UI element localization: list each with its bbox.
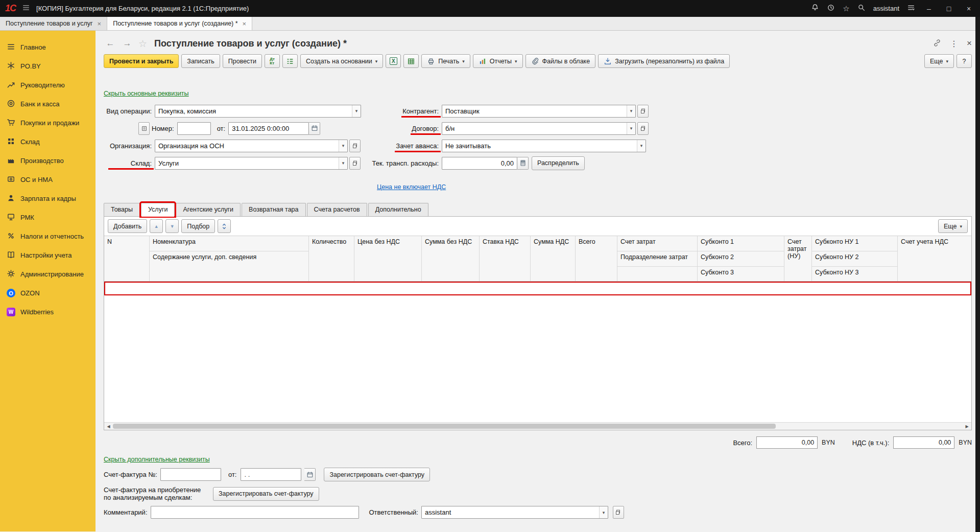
history-icon[interactable]	[827, 4, 835, 13]
load-from-file-button[interactable]: Загрузить (перезаполнить) из файла	[598, 54, 730, 68]
search-icon[interactable]	[857, 4, 866, 13]
tab-services[interactable]: Услуги	[141, 203, 175, 216]
transport-costs-field[interactable]: 0,00	[442, 157, 517, 170]
create-based-on-button[interactable]: Создать на основании▾	[300, 54, 383, 68]
sidebar-item-salary-hr[interactable]: Зарплата и кадры	[0, 189, 95, 208]
price-vat-link[interactable]: Цена не включает НДС	[377, 183, 446, 191]
calculator-icon[interactable]	[517, 157, 529, 170]
tab-goods[interactable]: Товары	[104, 203, 140, 216]
number-field[interactable]	[177, 122, 211, 135]
grid-current-row[interactable]	[104, 282, 971, 295]
sidebar-item-purchases-sales[interactable]: Покупки и продажи	[0, 113, 95, 132]
date-field[interactable]: 31.01.2025 0:00:00	[228, 122, 309, 135]
open-contract-button[interactable]	[637, 122, 649, 135]
post-and-close-button[interactable]: Провести и закрыть	[104, 54, 179, 68]
get-link-icon[interactable]	[933, 39, 941, 49]
scroll-right-icon[interactable]: ▶	[963, 424, 971, 429]
tab-close-icon[interactable]: ×	[243, 20, 247, 28]
warehouse-field[interactable]: Услуги ▾	[155, 157, 348, 170]
window-tab-receipt-list[interactable]: Поступление товаров и услуг ×	[0, 17, 107, 30]
vat-total-field[interactable]: 0,00	[893, 436, 954, 449]
table-export-button[interactable]	[403, 54, 419, 68]
show-postings-button[interactable]: ДтКт	[265, 54, 280, 68]
total-field[interactable]: 0,00	[756, 436, 818, 449]
tab-returnable-packaging[interactable]: Возвратная тара	[242, 203, 305, 216]
sidebar-item-rmk[interactable]: РМК	[0, 208, 95, 227]
favorite-star-icon[interactable]: ☆	[138, 38, 147, 50]
register-invoice-button[interactable]: Зарегистрировать счет-фактуру	[324, 468, 430, 481]
sidebar-item-production[interactable]: Производство	[0, 151, 95, 170]
contract-field[interactable]: б/н ▾	[442, 122, 636, 135]
chevron-down-icon[interactable]: ▾	[339, 157, 347, 169]
horizontal-scrollbar[interactable]: ◀ ▶	[104, 422, 971, 430]
sidebar-item-warehouse[interactable]: Склад	[0, 132, 95, 151]
open-organization-button[interactable]	[349, 140, 361, 152]
chevron-down-icon[interactable]: ▾	[599, 506, 608, 518]
distribute-button[interactable]: Распределить	[532, 156, 585, 170]
post-button[interactable]: Провести	[223, 54, 262, 68]
favorites-star-icon[interactable]: ☆	[843, 4, 849, 13]
reports-button[interactable]: Отчеты▾	[473, 54, 523, 68]
grid-more-button[interactable]: Еще▾	[938, 219, 968, 233]
operation-type-select[interactable]: Покупка, комиссия ▾	[155, 105, 361, 118]
number-settings-button[interactable]	[138, 122, 150, 135]
excel-export-button[interactable]: X	[386, 54, 401, 68]
sidebar-item-manager[interactable]: Руководителю	[0, 76, 95, 95]
service-menu-icon[interactable]	[907, 4, 915, 13]
open-warehouse-button[interactable]	[349, 157, 361, 170]
tab-agent-services[interactable]: Агентские услуги	[176, 203, 241, 216]
sidebar-item-accounting-settings[interactable]: Настройки учета	[0, 246, 95, 265]
forward-button[interactable]: →	[121, 37, 134, 50]
advance-offset-select[interactable]: Не зачитывать ▾	[442, 140, 646, 152]
more-options-icon[interactable]: ⋮	[950, 39, 958, 49]
add-row-button[interactable]: Добавить	[108, 219, 147, 233]
notifications-bell-icon[interactable]	[811, 4, 819, 13]
chevron-down-icon[interactable]: ▾	[352, 105, 361, 117]
organization-field[interactable]: Организация на ОСН ▾	[155, 140, 348, 152]
chevron-down-icon[interactable]: ▾	[627, 105, 635, 117]
print-button[interactable]: Печать▾	[421, 54, 470, 68]
comment-field[interactable]	[151, 506, 359, 519]
responsible-field[interactable]: assistant ▾	[421, 506, 608, 519]
open-responsible-button[interactable]	[613, 506, 624, 519]
reorder-rows-button[interactable]	[218, 219, 231, 233]
sidebar-item-wildberries[interactable]: WWildberries	[0, 303, 95, 321]
minimize-button[interactable]: –	[923, 5, 935, 13]
main-menu-icon[interactable]	[22, 4, 30, 13]
hide-additional-requisites-link[interactable]: Скрыть дополнительные реквизиты	[104, 456, 210, 463]
register-purchase-invoice-button[interactable]: Зарегистрировать счет-фактуру	[213, 487, 319, 501]
sidebar-item-taxes[interactable]: Налоги и отчетность	[0, 227, 95, 246]
pick-items-button[interactable]: Подбор	[181, 219, 215, 233]
hide-main-requisites-link[interactable]: Скрыть основные реквизиты	[104, 90, 189, 97]
move-row-down-button[interactable]: ▼	[165, 219, 179, 233]
maximize-button[interactable]: □	[943, 5, 955, 13]
sidebar-item-administration[interactable]: Администрирование	[0, 265, 95, 284]
sidebar-item-fixed-assets[interactable]: ОС и НМА	[0, 170, 95, 189]
calendar-icon[interactable]	[304, 468, 316, 481]
tab-settlement-accounts[interactable]: Счета расчетов	[307, 203, 367, 216]
sidebar-item-ozon[interactable]: OOZON	[0, 284, 95, 303]
close-form-icon[interactable]: ×	[967, 38, 972, 49]
current-user[interactable]: assistant	[873, 5, 899, 12]
scrollbar-thumb[interactable]	[113, 424, 776, 429]
window-tab-receipt-new[interactable]: Поступление товаров и услуг (создание) *…	[107, 17, 252, 30]
counterparty-field[interactable]: Поставщик ▾	[442, 105, 636, 118]
more-button[interactable]: Еще▾	[924, 54, 954, 68]
move-row-up-button[interactable]: ▲	[150, 219, 163, 233]
tab-additional[interactable]: Дополнительно	[368, 203, 428, 216]
open-counterparty-button[interactable]	[637, 105, 649, 118]
chevron-down-icon[interactable]: ▾	[637, 140, 646, 152]
tab-close-icon[interactable]: ×	[98, 20, 102, 28]
scroll-left-icon[interactable]: ◀	[104, 424, 113, 429]
cloud-files-button[interactable]: Файлы в облаке	[525, 54, 596, 68]
save-button[interactable]: Записать	[181, 54, 220, 68]
chevron-down-icon[interactable]: ▾	[339, 140, 347, 152]
calendar-icon[interactable]	[309, 122, 320, 135]
help-button[interactable]: ?	[957, 54, 972, 68]
back-button[interactable]: ←	[104, 37, 117, 50]
invoice-date-field[interactable]: . .	[241, 468, 301, 481]
sidebar-item-poby[interactable]: PO.BY	[0, 57, 95, 76]
sidebar-item-bank-cash[interactable]: Банк и касса	[0, 95, 95, 113]
grid-empty-area[interactable]	[104, 295, 971, 422]
close-window-button[interactable]: ×	[963, 5, 975, 13]
